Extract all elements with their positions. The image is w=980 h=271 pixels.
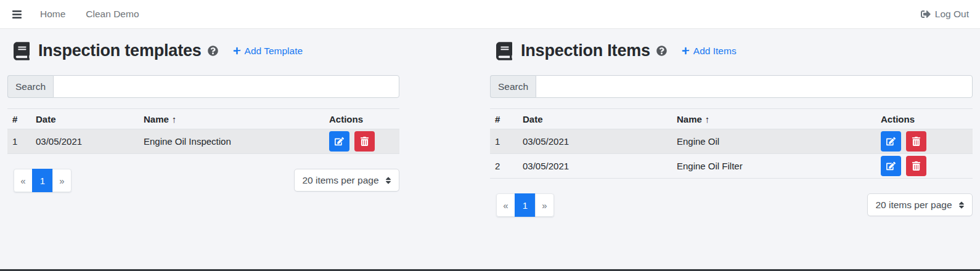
templates-table: # Date Name↑ Actions 1 03/05/2021 Engine… [7,108,399,154]
top-navbar: Home Clean Demo Log Out [0,0,980,29]
pagination-prev[interactable]: « [14,169,33,192]
items-per-page-select[interactable]: 20 items per page [867,193,973,216]
col-header-name[interactable]: Name↑ [672,109,872,129]
nav-link-home[interactable]: Home [40,9,65,20]
edit-icon [886,161,896,171]
search-group: Search [490,75,973,98]
edit-icon [335,137,344,146]
book-icon [14,42,30,60]
edit-button[interactable] [881,131,901,152]
panel-header: Inspection templates Add Template [7,41,399,60]
search-input[interactable] [53,75,399,98]
col-header-num: # [490,109,518,129]
search-input[interactable] [536,75,973,98]
trash-icon [912,137,921,146]
pagination-next[interactable]: » [52,169,71,192]
col-header-num: # [7,109,31,129]
main-content: Inspection templates Add Template Search… [0,29,980,217]
logout-label: Log Out [935,9,969,20]
sign-out-icon [921,9,931,19]
sort-up-icon: ↑ [172,114,177,124]
add-items-label: Add Items [693,46,737,57]
pagination: « 1 » [496,193,554,217]
book-icon [496,42,512,60]
col-header-name[interactable]: Name↑ [139,109,321,129]
col-header-actions: Actions [321,109,399,129]
delete-button[interactable] [906,131,926,152]
table-header-row: # Date Name↑ Actions [490,109,973,129]
trash-icon [912,161,921,171]
delete-button[interactable] [906,156,926,176]
edit-button[interactable] [881,156,901,176]
table-header-row: # Date Name↑ Actions [7,109,399,129]
col-header-date: Date [518,109,672,129]
page-title: Inspection templates [38,41,202,60]
pagination-next[interactable]: » [535,193,554,217]
add-items-button[interactable]: Add Items [682,46,737,57]
sort-up-icon: ↑ [705,114,710,124]
search-group: Search [7,75,399,98]
panel-footer: « 1 » 20 items per page [490,193,973,217]
cell-num: 1 [490,129,518,154]
trash-icon [360,137,369,146]
edit-button[interactable] [329,131,349,152]
pagination-page-1[interactable]: 1 [32,169,53,192]
cell-num: 1 [7,129,31,154]
inspection-items-panel: Inspection Items Add Items Search # Date [490,29,973,217]
cell-date: 03/05/2021 [31,129,139,154]
cell-name: Engine Oil Filter [672,154,872,179]
hamburger-icon[interactable] [11,9,23,20]
search-label: Search [7,75,53,98]
pagination-page-1[interactable]: 1 [515,193,536,217]
col-header-actions: Actions [872,109,973,129]
delete-button[interactable] [354,131,375,152]
plus-icon [233,47,241,55]
items-table: # Date Name↑ Actions 1 03/05/2021 Engine… [490,108,973,179]
inspection-templates-panel: Inspection templates Add Template Search… [7,29,399,192]
add-template-label: Add Template [245,46,303,57]
nav-links: Home Clean Demo [40,9,160,20]
search-label: Search [490,75,536,98]
panel-footer: « 1 » 20 items per page [7,169,399,192]
items-per-page-select[interactable]: 20 items per page [294,169,399,192]
page-title: Inspection Items [521,41,650,60]
items-per-page-label: 20 items per page [302,175,378,186]
col-header-date: Date [31,109,139,129]
logout-button[interactable]: Log Out [921,9,969,20]
cell-name: Engine Oil [672,129,872,154]
pagination-prev[interactable]: « [496,193,515,217]
cell-date: 03/05/2021 [518,154,672,179]
pagination: « 1 » [14,169,71,192]
panel-header: Inspection Items Add Items [490,41,973,60]
sort-caret-icon [958,201,965,209]
table-row: 1 03/05/2021 Engine Oil [490,129,973,154]
table-row: 1 03/05/2021 Engine Oil Inspection [7,129,399,154]
edit-icon [886,137,896,146]
help-icon[interactable] [656,46,667,56]
plus-icon [682,47,690,55]
add-template-button[interactable]: Add Template [233,46,303,57]
sort-caret-icon [385,176,391,185]
items-per-page-label: 20 items per page [875,200,952,211]
cell-num: 2 [490,154,518,179]
nav-link-clean-demo[interactable]: Clean Demo [86,9,139,20]
cell-name: Engine Oil Inspection [139,129,321,154]
table-row: 2 03/05/2021 Engine Oil Filter [490,154,973,179]
cell-date: 03/05/2021 [518,129,672,154]
help-icon[interactable] [208,46,218,56]
